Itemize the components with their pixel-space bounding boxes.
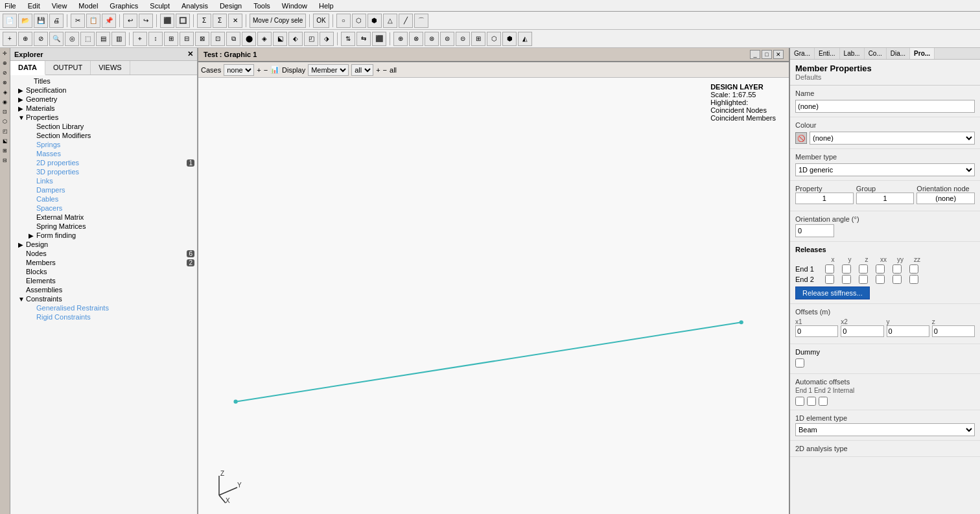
menu-design[interactable]: Design xyxy=(218,2,244,10)
end2-xx-checkbox[interactable] xyxy=(876,275,885,284)
end2-zz-checkbox[interactable] xyxy=(909,275,918,284)
toolbar-btn-r4[interactable]: 🔍 xyxy=(49,32,64,46)
tree-blocks[interactable]: Blocks xyxy=(10,267,197,276)
toolbar-btn-2[interactable]: 📂 xyxy=(18,14,32,28)
toolbar-btn-r3[interactable]: ⊘ xyxy=(34,32,48,46)
tree-external-matrix[interactable]: External Matrix xyxy=(10,213,197,222)
toolbar-btn-4[interactable]: 🖨 xyxy=(49,14,64,28)
left-icon-10[interactable]: ⬕ xyxy=(3,137,8,145)
prop-tab-enti[interactable]: Enti... xyxy=(815,48,840,59)
menu-graphics[interactable]: Graphics xyxy=(108,2,140,10)
orientation-angle-input[interactable] xyxy=(795,224,834,237)
tree-specification[interactable]: ▶ Specification xyxy=(10,86,197,95)
toolbar-btn-hex[interactable]: ⬡ xyxy=(352,14,366,28)
left-icon-8[interactable]: ⬡ xyxy=(3,117,7,126)
menu-model[interactable]: Model xyxy=(76,2,100,10)
explorer-close[interactable]: ✕ xyxy=(187,50,193,58)
toolbar-btn-move[interactable]: Move / Copy sele xyxy=(250,14,306,28)
cases-select[interactable]: none xyxy=(224,64,254,76)
offset-x1-input[interactable] xyxy=(795,325,838,337)
member-type-select[interactable]: 1D generic xyxy=(795,163,975,176)
tree-design[interactable]: ▶ Design xyxy=(10,240,197,249)
tree-nodes[interactable]: Nodes 6 xyxy=(10,249,197,258)
toolbar-btn-r18[interactable]: ⬕ xyxy=(273,32,287,46)
toolbar-btn-r9[interactable]: ⌖ xyxy=(133,32,147,46)
prop-tab-dia[interactable]: Dia... xyxy=(887,48,910,59)
left-icon-6[interactable]: ◉ xyxy=(3,98,7,106)
toolbar-btn-r8[interactable]: ▥ xyxy=(111,32,126,46)
tree-materials[interactable]: ▶ Materials xyxy=(10,104,197,113)
toolbar-btn-6[interactable]: 🔲 xyxy=(176,14,190,28)
auto-offsets-end2[interactable] xyxy=(807,397,816,406)
left-icon-7[interactable]: ⊡ xyxy=(3,108,7,116)
minimize-button[interactable]: _ xyxy=(750,50,760,59)
end2-z-checkbox[interactable] xyxy=(859,275,868,284)
toolbar-btn-ok[interactable]: OK xyxy=(313,14,329,28)
tree-3d-properties[interactable]: 3D properties xyxy=(10,167,197,176)
tree-springs[interactable]: Springs xyxy=(10,140,197,149)
prop-tab-gra[interactable]: Gra... xyxy=(790,48,815,59)
toolbar-btn-r14[interactable]: ⊡ xyxy=(211,32,225,46)
element-type-select[interactable]: Beam xyxy=(795,423,975,436)
chart-icon[interactable]: 📊 xyxy=(270,65,279,74)
left-icon-1[interactable]: ✛ xyxy=(3,49,7,58)
toolbar-btn-r23[interactable]: ⇆ xyxy=(356,32,371,46)
toolbar-btn-r17[interactable]: ◈ xyxy=(257,32,272,46)
toolbar-btn-r15[interactable]: ⧉ xyxy=(226,32,240,46)
toolbar-btn-r2[interactable]: ⊕ xyxy=(18,32,32,46)
minus-icon[interactable]: − xyxy=(264,66,268,74)
toolbar-btn-copy[interactable]: 📋 xyxy=(86,14,100,28)
menu-help[interactable]: Help xyxy=(317,2,336,10)
tree-constraints[interactable]: ▼ Constraints xyxy=(10,294,197,303)
end1-x-checkbox[interactable] xyxy=(825,264,834,274)
display-select[interactable]: Member xyxy=(308,64,349,76)
tree-masses[interactable]: Masses xyxy=(10,149,197,158)
tree-titles[interactable]: Titles xyxy=(10,76,197,86)
left-icon-11[interactable]: ⊞ xyxy=(3,146,7,155)
toolbar-btn-cut[interactable]: ✂ xyxy=(71,14,85,28)
tree-cables[interactable]: Cables xyxy=(10,194,197,204)
toolbar-btn-r26[interactable]: ⊗ xyxy=(409,32,423,46)
toolbar-btn-5[interactable]: ⬛ xyxy=(160,14,174,28)
end2-x-checkbox[interactable] xyxy=(825,275,834,284)
toolbar-btn-r24[interactable]: ⬛ xyxy=(372,32,386,46)
prop-tab-pro[interactable]: Pro... xyxy=(910,48,935,59)
toolbar-btn-3[interactable]: 💾 xyxy=(34,14,48,28)
left-icon-3[interactable]: ⊘ xyxy=(3,69,7,77)
left-icon-12[interactable]: ⊟ xyxy=(3,156,7,165)
toolbar-btn-1[interactable]: 📄 xyxy=(3,14,17,28)
toolbar-btn-r27[interactable]: ⊛ xyxy=(425,32,439,46)
toolbar-btn-circle[interactable]: ○ xyxy=(336,14,351,28)
end1-zz-checkbox[interactable] xyxy=(909,264,918,274)
toolbar-btn-r31[interactable]: ⬡ xyxy=(487,32,501,46)
menu-tools[interactable]: Tools xyxy=(251,2,272,10)
toolbar-btn-r25[interactable]: ⊕ xyxy=(393,32,408,46)
toolbar-btn-11[interactable]: ⌒ xyxy=(414,14,428,28)
colour-select[interactable]: (none) xyxy=(810,132,975,145)
toolbar-btn-r20[interactable]: ◰ xyxy=(304,32,318,46)
toolbar-btn-r12[interactable]: ⊟ xyxy=(180,32,194,46)
tree-form-finding[interactable]: ▶ Form finding xyxy=(10,231,197,240)
toolbar-btn-r10[interactable]: ↕ xyxy=(148,32,163,46)
property-input[interactable] xyxy=(795,193,854,204)
maximize-button[interactable]: □ xyxy=(762,50,772,59)
menu-analysis[interactable]: Analysis xyxy=(180,2,210,10)
tree-properties[interactable]: ▼ Properties xyxy=(10,113,197,122)
tree-geometry[interactable]: ▶ Geometry xyxy=(10,95,197,104)
toolbar-btn-r7[interactable]: ▤ xyxy=(96,32,110,46)
toolbar-btn-r11[interactable]: ⊞ xyxy=(164,32,178,46)
toolbar-btn-r6[interactable]: ⬚ xyxy=(80,32,95,46)
menu-sculpt[interactable]: Sculpt xyxy=(148,2,172,10)
tree-assemblies[interactable]: Assemblies xyxy=(10,285,197,294)
end1-y-checkbox[interactable] xyxy=(842,264,851,274)
toolbar-btn-r16[interactable]: ⬤ xyxy=(242,32,256,46)
toolbar-btn-sum[interactable]: Σ xyxy=(197,14,211,28)
toolbar-btn-r19[interactable]: ⬖ xyxy=(288,32,303,46)
toolbar-btn-8[interactable]: ⬢ xyxy=(368,14,382,28)
tab-output[interactable]: OUTPUT xyxy=(45,61,91,75)
auto-offsets-internal[interactable] xyxy=(819,397,828,406)
display-minus[interactable]: − xyxy=(383,66,387,74)
left-icon-5[interactable]: ◈ xyxy=(3,88,7,97)
all-select[interactable]: all xyxy=(351,64,373,76)
tree-elements[interactable]: Elements xyxy=(10,276,197,285)
